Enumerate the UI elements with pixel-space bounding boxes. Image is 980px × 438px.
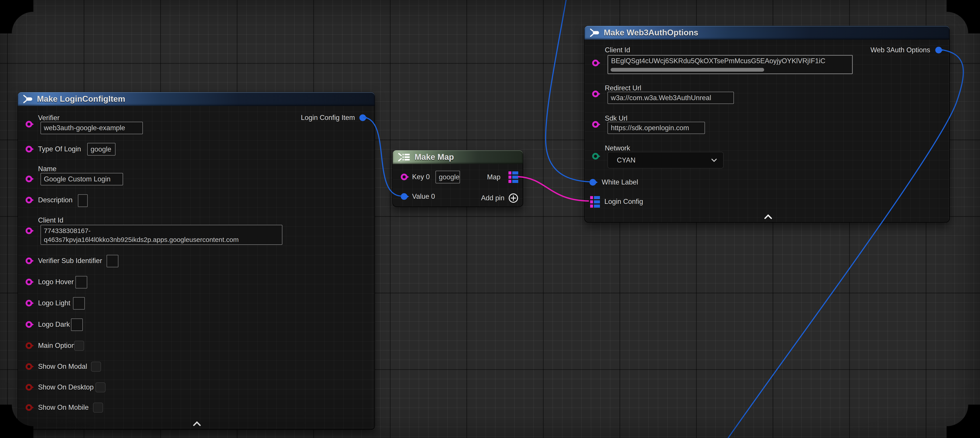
sdk-url-label: Sdk Url — [605, 115, 627, 123]
verifier-sub-identifier-input[interactable] — [107, 255, 118, 267]
description-label: Description — [38, 196, 73, 204]
type-of-login-input[interactable]: google — [87, 143, 116, 156]
verifier-pin[interactable] — [25, 121, 32, 127]
white-label-label: White Label — [602, 178, 638, 186]
node-make-web3authoptions[interactable]: Make Web3AuthOptions Client Id BEglQSgt4… — [584, 25, 950, 223]
show-on-mobile-label: Show On Mobile — [38, 403, 89, 411]
verifier-label: Verifier — [38, 114, 59, 122]
show-on-modal-label: Show On Modal — [38, 363, 87, 371]
main-option-label: Main Option — [38, 342, 75, 350]
client-id-label: Client Id — [605, 46, 630, 54]
show-on-desktop-pin[interactable] — [25, 384, 32, 390]
logo-hover-pin[interactable] — [25, 279, 32, 285]
login-config-map-grid-icon[interactable] — [590, 196, 600, 208]
show-on-desktop-checkbox[interactable] — [95, 382, 105, 392]
description-input[interactable] — [78, 194, 88, 207]
logo-dark-label: Logo Dark — [38, 320, 70, 328]
make-map-icon — [398, 153, 410, 162]
node-title: Make Map — [415, 153, 454, 162]
logo-hover-input[interactable] — [75, 276, 87, 288]
main-option-pin[interactable] — [25, 342, 32, 349]
node-title: Make LoginConfigItem — [37, 94, 125, 104]
node-make-map[interactable]: Make Map Key 0 google Map Value 0 Add pi… — [393, 150, 523, 207]
show-on-mobile-checkbox[interactable] — [93, 403, 103, 413]
logo-dark-pin[interactable] — [25, 321, 32, 328]
show-on-mobile-pin[interactable] — [25, 404, 32, 411]
client-id-pin[interactable] — [25, 228, 32, 234]
type-of-login-label: Type Of Login — [38, 145, 81, 153]
client-id-pin[interactable] — [592, 60, 599, 66]
node-make-loginconfigitem[interactable]: Make LoginConfigItem Verifier web3auth-g… — [18, 92, 375, 430]
client-id-scrollbar[interactable] — [611, 68, 764, 72]
name-pin[interactable] — [25, 175, 32, 182]
verifier-sub-identifier-label: Verifier Sub Identifier — [38, 257, 102, 265]
map-grid-icon[interactable] — [509, 171, 518, 183]
sdk-url-pin[interactable] — [592, 121, 599, 128]
node-header[interactable]: Make LoginConfigItem — [18, 92, 375, 106]
network-dropdown-value: CYAN — [617, 156, 636, 164]
verifier-input[interactable]: web3auth-google-example — [40, 122, 143, 134]
type-of-login-pin[interactable] — [25, 146, 32, 153]
chevron-down-icon — [711, 158, 717, 162]
show-on-modal-pin[interactable] — [25, 363, 32, 370]
logo-hover-label: Logo Hover — [38, 278, 74, 286]
network-label: Network — [605, 144, 630, 152]
key-0-pin[interactable] — [401, 174, 407, 180]
main-option-checkbox[interactable] — [74, 341, 84, 351]
redirect-url-input[interactable]: w3a://com.w3a.Web3AuthUnreal — [608, 92, 734, 104]
redirect-url-label: Redirect Url — [605, 84, 641, 92]
key-0-label: Key 0 — [412, 173, 430, 181]
sdk-url-input[interactable]: https://sdk.openlogin.com — [608, 122, 705, 134]
network-dropdown[interactable]: CYAN — [608, 152, 724, 169]
verifier-sub-identifier-pin[interactable] — [25, 258, 32, 264]
make-struct-icon — [589, 28, 600, 37]
show-on-modal-checkbox[interactable] — [91, 362, 101, 372]
logo-light-label: Logo Light — [38, 299, 70, 307]
name-label: Name — [38, 165, 57, 173]
logo-dark-input[interactable] — [71, 319, 83, 331]
map-output-label: Map — [487, 173, 500, 181]
show-on-desktop-label: Show On Desktop — [38, 383, 94, 391]
client-id-label: Client Id — [38, 216, 64, 225]
description-pin[interactable] — [25, 197, 32, 204]
node-header[interactable]: Make Map — [393, 150, 523, 164]
login-config-label: Login Config — [605, 197, 643, 205]
redirect-url-pin[interactable] — [592, 91, 599, 97]
name-input[interactable]: Google Custom Login — [40, 173, 123, 185]
node-title: Make Web3AuthOptions — [604, 28, 698, 37]
network-pin[interactable] — [592, 153, 599, 159]
client-id-input[interactable]: 774338308167- q463s7kpvja16l4l0kko3nb925… — [40, 225, 282, 245]
key-0-input[interactable]: google — [436, 171, 460, 183]
chevron-up-icon[interactable] — [193, 421, 201, 426]
logo-light-input[interactable] — [73, 297, 85, 310]
logo-light-pin[interactable] — [25, 300, 32, 306]
blueprint-graph[interactable]: Make LoginConfigItem Verifier web3auth-g… — [0, 0, 980, 438]
web3auth-options-label: Web 3Auth Options — [870, 46, 930, 54]
chevron-up-icon[interactable] — [764, 214, 772, 219]
login-config-item-label: Login Config Item — [301, 114, 355, 122]
plus-circle-icon[interactable] — [508, 193, 519, 203]
add-pin-label: Add pin — [481, 194, 504, 202]
value-0-label: Value 0 — [412, 193, 435, 201]
node-header[interactable]: Make Web3AuthOptions — [585, 26, 950, 40]
make-struct-icon — [23, 95, 33, 104]
